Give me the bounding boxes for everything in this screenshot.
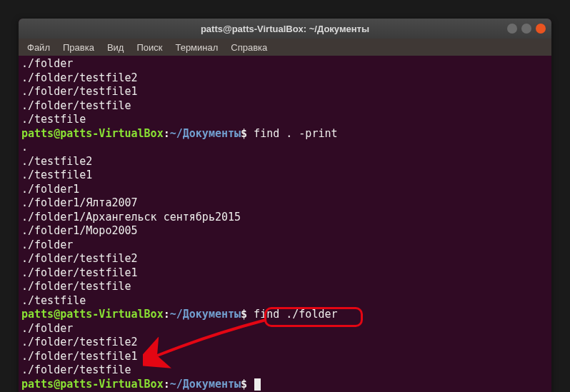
output-line: ./testfile2 xyxy=(21,155,549,169)
menu-view[interactable]: Вид xyxy=(101,41,130,54)
maximize-button[interactable] xyxy=(521,24,531,34)
prompt-path: ~/Документы xyxy=(170,308,241,321)
menu-help[interactable]: Справка xyxy=(225,41,273,54)
menu-file[interactable]: Файл xyxy=(21,41,56,54)
command-text xyxy=(247,378,254,391)
prompt-dollar: $ xyxy=(241,378,247,391)
terminal-output[interactable]: ./folder ./folder/testfile2 ./folder/tes… xyxy=(19,56,551,392)
prompt-path: ~/Документы xyxy=(170,127,241,140)
prompt-dollar: $ xyxy=(241,308,247,321)
window-controls xyxy=(507,24,546,34)
output-line: ./folder/testfile2 xyxy=(21,252,549,266)
prompt-line: patts@patts-VirtualBox:~/Документы$ find… xyxy=(21,308,549,322)
terminal-window: patts@patts-VirtualBox: ~/Документы Файл… xyxy=(19,19,551,392)
prompt-user-host: patts@patts-VirtualBox xyxy=(21,308,164,321)
output-line: ./folder/testfile2 xyxy=(21,71,549,86)
menubar: Файл Правка Вид Поиск Терминал Справка xyxy=(19,39,551,56)
output-line: ./testfile1 xyxy=(21,169,549,183)
output-line: ./folder1/Архангельск сентябрь2015 xyxy=(21,211,549,225)
prompt-user-host: patts@patts-VirtualBox xyxy=(21,127,164,140)
output-line: ./folder1/Моро2005 xyxy=(21,224,549,238)
output-line: ./folder/testfile1 xyxy=(21,350,549,364)
output-line: ./folder/testfile2 xyxy=(21,336,549,350)
window-title: patts@patts-VirtualBox: ~/Документы xyxy=(24,24,546,34)
output-line: . xyxy=(21,141,549,155)
prompt-line: patts@patts-VirtualBox:~/Документы$ xyxy=(21,378,549,392)
command-text: find . -print xyxy=(247,127,337,140)
output-line: ./folder1 xyxy=(21,183,549,197)
output-line: ./folder/testfile1 xyxy=(21,85,549,99)
output-line: ./folder xyxy=(21,322,549,336)
output-line: ./testfile xyxy=(21,113,549,127)
prompt-line: patts@patts-VirtualBox:~/Документы$ find… xyxy=(21,127,549,141)
cursor-icon xyxy=(254,378,261,391)
minimize-button[interactable] xyxy=(507,24,517,34)
output-line: ./folder xyxy=(21,238,549,253)
output-line: ./folder1/Ялта2007 xyxy=(21,196,549,211)
menu-search[interactable]: Поиск xyxy=(131,41,168,54)
prompt-colon: : xyxy=(164,308,170,321)
output-line: ./folder/testfile xyxy=(21,280,549,294)
close-button[interactable] xyxy=(536,24,546,34)
output-line: ./folder/testfile xyxy=(21,363,549,378)
output-line: ./folder/testfile xyxy=(21,99,549,114)
menu-terminal[interactable]: Терминал xyxy=(169,41,224,54)
menu-edit[interactable]: Правка xyxy=(57,41,100,54)
prompt-dollar: $ xyxy=(241,127,247,140)
prompt-user-host: patts@patts-VirtualBox xyxy=(21,378,164,391)
command-text: find ./folder xyxy=(247,308,337,321)
output-line: ./folder/testfile1 xyxy=(21,266,549,281)
prompt-colon: : xyxy=(164,127,170,140)
prompt-colon: : xyxy=(164,378,170,391)
output-line: ./testfile xyxy=(21,294,549,308)
titlebar: patts@patts-VirtualBox: ~/Документы xyxy=(19,19,551,39)
prompt-path: ~/Документы xyxy=(170,378,241,391)
output-line: ./folder xyxy=(21,57,549,71)
